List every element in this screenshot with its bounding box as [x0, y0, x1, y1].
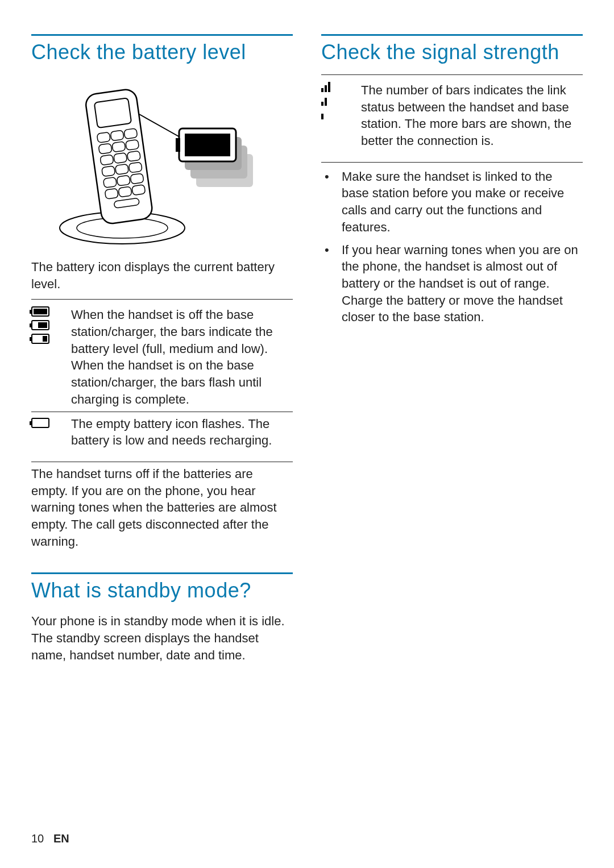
svg-rect-9: [126, 139, 139, 150]
svg-rect-6: [124, 128, 138, 139]
svg-rect-34: [201, 136, 214, 154]
svg-rect-11: [114, 153, 127, 164]
left-column: Check the battery level: [31, 34, 293, 686]
battery-low-icon: [31, 334, 49, 344]
svg-rect-8: [112, 142, 126, 152]
page-number: 10: [31, 832, 44, 845]
right-column: Check the signal strength: [321, 34, 583, 686]
table-row: When the handset is off the base station…: [31, 303, 293, 412]
table-rule-top: [31, 299, 293, 300]
battery-row-text: When the handset is off the base station…: [71, 303, 293, 412]
table-row: The empty battery icon flashes. The batt…: [31, 412, 293, 452]
battery-empty-icon-cell: [31, 412, 71, 452]
svg-rect-28: [176, 138, 180, 152]
svg-rect-19: [105, 188, 118, 199]
svg-rect-10: [100, 155, 114, 165]
svg-rect-14: [115, 164, 128, 175]
battery-row-text: The empty battery icon flashes. The batt…: [71, 412, 293, 452]
page-lang: EN: [53, 832, 69, 845]
section-battery: Check the battery level: [31, 34, 293, 550]
signal-bullet-list: Make sure the handset is linked to the b…: [321, 168, 583, 326]
battery-icons-cell: [31, 303, 71, 412]
section-rule: [321, 34, 583, 36]
section-rule: [31, 34, 293, 36]
table-rule-bottom: [321, 162, 583, 163]
section-rule: [31, 572, 293, 574]
svg-line-23: [139, 114, 185, 140]
signal-3bar-icon: [321, 82, 355, 92]
page-footer: 10 EN: [31, 832, 69, 845]
svg-rect-16: [103, 177, 117, 188]
standby-body: Your phone is in standby mode when it is…: [31, 613, 293, 663]
svg-rect-17: [117, 175, 130, 186]
page-columns: Check the battery level: [31, 34, 583, 686]
svg-rect-21: [132, 185, 146, 196]
list-item: Make sure the handset is linked to the b…: [321, 168, 583, 236]
svg-rect-7: [98, 143, 112, 154]
signal-icon-table: The number of bars indicates the link st…: [321, 78, 583, 153]
section-signal: Check the signal strength: [321, 34, 583, 326]
svg-rect-3: [94, 98, 132, 128]
svg-rect-18: [130, 173, 144, 184]
svg-rect-15: [128, 162, 142, 173]
svg-rect-5: [110, 130, 124, 141]
battery-full-icon: [31, 306, 49, 317]
signal-2bar-icon: [321, 95, 355, 106]
battery-caption: The battery icon displays the current ba…: [31, 259, 293, 292]
signal-row-text: The number of bars indicates the link st…: [361, 78, 583, 153]
signal-icons-cell: [321, 78, 361, 153]
svg-rect-12: [127, 151, 140, 161]
table-rule-bottom: [31, 462, 293, 462]
svg-rect-20: [118, 186, 132, 197]
heading-standby: What is standby mode?: [31, 579, 293, 603]
svg-rect-4: [97, 132, 110, 143]
battery-empty-icon: [31, 418, 49, 428]
svg-rect-33: [187, 136, 200, 154]
handset-illustration: [31, 74, 293, 251]
signal-1bar-icon: [321, 109, 355, 119]
battery-icon-table: When the handset is off the base station…: [31, 303, 293, 452]
battery-footer-text: The handset turns off if the batteries a…: [31, 466, 293, 550]
section-standby: What is standby mode? Your phone is in s…: [31, 572, 293, 663]
heading-signal-strength: Check the signal strength: [321, 40, 583, 64]
table-row: The number of bars indicates the link st…: [321, 78, 583, 153]
list-item: If you hear warning tones when you are o…: [321, 242, 583, 326]
heading-battery-level: Check the battery level: [31, 40, 293, 64]
table-rule-top: [321, 74, 583, 75]
svg-rect-13: [102, 166, 115, 177]
battery-medium-icon: [31, 320, 49, 330]
svg-rect-35: [215, 136, 228, 154]
